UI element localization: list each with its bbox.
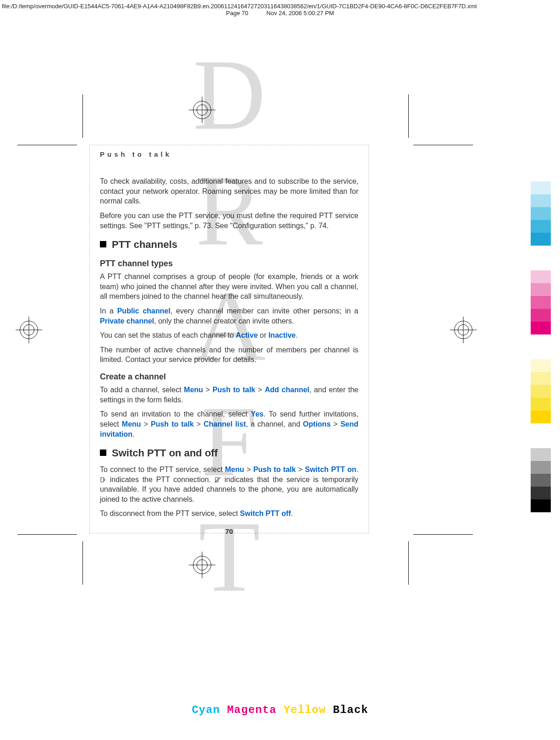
heading-text: Switch PTT on and off xyxy=(112,447,218,459)
color-swatch xyxy=(531,194,551,207)
color-swatch xyxy=(531,322,551,334)
color-swatch xyxy=(531,487,551,499)
color-swatch xyxy=(531,474,551,487)
registration-mark-icon xyxy=(189,97,215,123)
color-swatch xyxy=(531,499,551,512)
color-swatch xyxy=(531,296,551,309)
text: . xyxy=(296,331,297,339)
heading-create-channel: Create a channel xyxy=(100,371,358,382)
paragraph: To check availability, costs, additional… xyxy=(100,176,358,206)
paragraph: Before you can use the PTT service, you … xyxy=(100,211,358,230)
crop-mark xyxy=(17,534,77,535)
separator: > xyxy=(244,466,253,473)
text: To disconnect from the PTT service, sele… xyxy=(100,510,240,517)
page: DRAFT Push to talk To check availability… xyxy=(0,16,560,704)
menu-path: Menu xyxy=(122,420,141,428)
separator: > xyxy=(203,386,213,394)
ptt-unavailable-icon xyxy=(214,476,221,482)
color-swatch xyxy=(531,398,551,411)
separator: > xyxy=(141,420,151,428)
color-swatch xyxy=(531,423,551,448)
cmyk-yellow: Yellow xyxy=(284,704,326,716)
text: indicates the PTT connection. xyxy=(110,476,214,483)
color-swatch xyxy=(531,448,551,461)
menu-path: Push to talk xyxy=(151,420,194,428)
term-yes: Yes xyxy=(251,410,264,418)
color-swatch xyxy=(531,411,551,423)
menu-path: Menu xyxy=(225,466,244,473)
color-swatch xyxy=(531,283,551,296)
separator: > xyxy=(255,386,265,394)
text: or xyxy=(258,331,269,339)
crop-mark xyxy=(82,541,83,585)
text: To add a channel, select xyxy=(100,386,184,394)
paragraph: To disconnect from the PTT service, sele… xyxy=(100,509,358,519)
paragraph: To send an invitation to the channel, se… xyxy=(100,409,358,439)
menu-path: Channel list xyxy=(203,420,246,428)
paragraph: In a Public channel, every channel membe… xyxy=(100,306,358,326)
heading-ptt-channels: PTT channels xyxy=(100,238,358,252)
text: To connect to the PTT service, select xyxy=(100,466,225,473)
cmyk-cyan: Cyan xyxy=(192,704,220,716)
color-swatch xyxy=(531,270,551,283)
registration-mark-icon xyxy=(450,317,477,343)
text: . xyxy=(357,466,358,473)
registration-mark-icon xyxy=(16,317,42,343)
cmyk-black: Black xyxy=(333,704,368,716)
term-inactive: Inactive xyxy=(269,331,296,339)
color-swatch xyxy=(531,309,551,322)
menu-path: Push to talk xyxy=(253,466,296,473)
separator: > xyxy=(296,466,305,473)
text: To send an invitation to the channel, se… xyxy=(100,410,251,418)
term-active: Active xyxy=(236,331,258,339)
color-swatch xyxy=(531,385,551,398)
registration-mark-icon xyxy=(189,552,215,578)
square-bullet-icon xyxy=(100,241,106,247)
content-area: DRAFT Push to talk To check availability… xyxy=(89,145,369,533)
text: In a xyxy=(100,307,117,315)
header-datetime: Nov 24, 2006 5:00:27 PM xyxy=(266,10,334,16)
term-public-channel: Public channel xyxy=(117,307,170,315)
color-swatch xyxy=(531,220,551,233)
heading-switch-ptt: Switch PTT on and off xyxy=(100,446,358,460)
color-swatch xyxy=(531,359,551,372)
text: . xyxy=(291,510,293,517)
svg-rect-16 xyxy=(101,477,104,482)
header-filepath: file:/D:/temp/overmode/GUID-E1544AC5-706… xyxy=(0,3,560,10)
heading-channel-types: PTT channel types xyxy=(100,258,358,269)
term-private-channel: Private channel xyxy=(100,317,154,325)
color-swatch xyxy=(531,207,551,220)
term-switch-on: Switch PTT on xyxy=(305,466,357,473)
menu-path: Options xyxy=(303,420,330,428)
color-calibration-bar xyxy=(531,181,551,512)
header-page: Page 70 xyxy=(226,10,248,16)
color-swatch xyxy=(531,372,551,385)
text: . xyxy=(132,430,134,438)
cmyk-footer: Cyan Magenta Yellow Black xyxy=(0,704,560,723)
color-swatch xyxy=(531,233,551,246)
paragraph: To add a channel, select Menu > Push to … xyxy=(100,385,358,405)
crop-mark xyxy=(82,94,83,138)
term-switch-off: Switch PTT off xyxy=(240,510,291,517)
cmyk-magenta: Magenta xyxy=(227,704,276,716)
menu-path: Push to talk xyxy=(213,386,255,394)
color-swatch xyxy=(531,181,551,194)
text: , a channel, and xyxy=(246,420,303,428)
ptt-connected-icon xyxy=(100,476,106,482)
paragraph: To connect to the PTT service, select Me… xyxy=(100,465,358,504)
text: , only the channel creator can invite ot… xyxy=(154,317,294,325)
crop-mark xyxy=(17,145,77,145)
header-meta: file:/D:/temp/overmode/GUID-E1544AC5-706… xyxy=(0,0,560,16)
menu-path: Add channel xyxy=(265,386,309,394)
menu-path: Menu xyxy=(184,386,203,394)
paragraph: You can set the status of each channel t… xyxy=(100,330,358,340)
square-bullet-icon xyxy=(100,449,106,456)
color-swatch xyxy=(531,461,551,474)
paragraph: The number of active channels and the nu… xyxy=(100,345,358,365)
color-swatch xyxy=(531,246,551,270)
color-swatch xyxy=(531,334,551,359)
separator: > xyxy=(194,420,203,428)
running-head: Push to talk xyxy=(100,150,358,159)
page-number: 70 xyxy=(100,527,358,536)
crop-mark xyxy=(413,534,473,535)
